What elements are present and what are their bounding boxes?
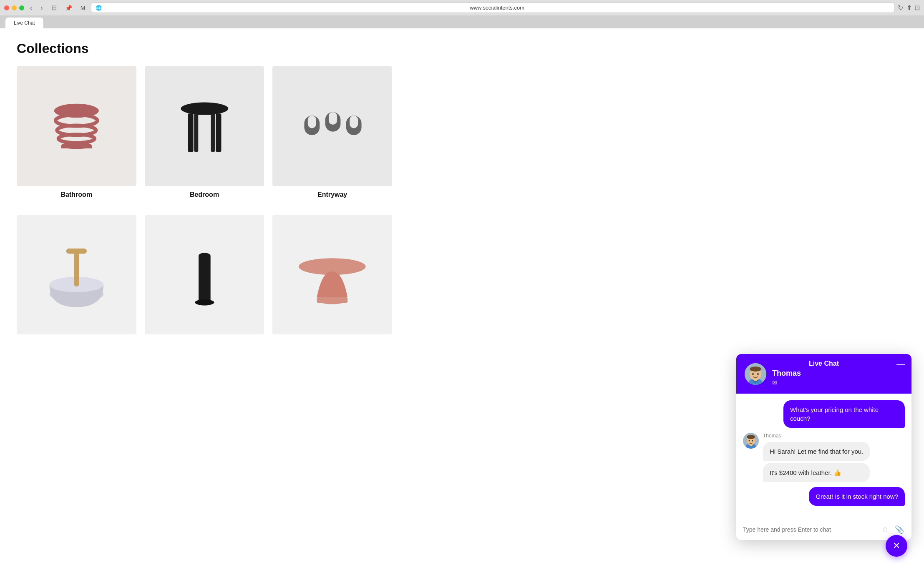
svg-rect-22 xyxy=(199,256,211,300)
svg-rect-8 xyxy=(216,113,221,152)
minimize-window-btn[interactable] xyxy=(12,5,17,10)
collections-grid-row2 xyxy=(17,215,392,340)
svg-rect-27 xyxy=(317,297,348,303)
browser-titlebar: ‹ › ⊟ 📌 M 🌐 www.socialintents.com ↻ ⬆ ⊡ xyxy=(0,0,924,15)
svg-point-3 xyxy=(58,134,95,143)
collection-image-6 xyxy=(272,215,392,335)
url-text: www.socialintents.com xyxy=(104,5,890,11)
favicon-icon: 🌐 xyxy=(96,5,102,11)
m-button[interactable]: M xyxy=(78,4,88,12)
svg-rect-14 xyxy=(329,112,337,125)
product-illustration-4 xyxy=(35,233,118,317)
fullscreen-window-btn[interactable] xyxy=(19,5,24,10)
chat-title: Live Chat xyxy=(736,360,911,367)
collection-image-5 xyxy=(145,215,264,335)
svg-point-6 xyxy=(181,102,228,115)
collection-image-bedroom xyxy=(145,66,264,186)
svg-rect-10 xyxy=(211,113,215,152)
product-illustration-bathroom xyxy=(35,84,118,168)
collection-label-bathroom: Bathroom xyxy=(61,191,93,198)
svg-rect-19 xyxy=(74,251,79,286)
reload-button[interactable]: ↻ xyxy=(898,4,903,12)
address-bar[interactable]: 🌐 www.socialintents.com xyxy=(91,3,894,13)
share-button[interactable]: ⬆ xyxy=(906,4,912,12)
collection-label-entryway: Entryway xyxy=(317,191,347,198)
pin-button[interactable]: 📌 xyxy=(63,4,75,12)
resize-button[interactable]: ⊡ xyxy=(914,4,920,12)
collection-image-4 xyxy=(17,215,136,335)
svg-rect-12 xyxy=(308,116,316,128)
back-button[interactable]: ‹ xyxy=(28,3,35,13)
browser-actions-right: ⬆ ⊡ xyxy=(906,4,920,12)
collection-item-4[interactable] xyxy=(17,215,136,340)
svg-rect-9 xyxy=(194,113,198,152)
svg-rect-16 xyxy=(350,116,358,128)
chat-header: Live Chat Thom xyxy=(736,354,911,369)
browser-chrome: ‹ › ⊟ 📌 M 🌐 www.socialintents.com ↻ ⬆ ⊡ … xyxy=(0,0,924,28)
svg-rect-7 xyxy=(188,113,193,152)
chat-widget: Live Chat Thom xyxy=(736,354,911,369)
product-illustration-6 xyxy=(290,233,374,317)
page-content: Collections Bathroom xyxy=(0,28,924,369)
chat-minimize-button[interactable]: — xyxy=(896,360,905,368)
product-illustration-bedroom xyxy=(163,84,247,168)
collection-item-5[interactable] xyxy=(145,215,264,340)
collection-label-bedroom: Bedroom xyxy=(190,191,219,198)
window-controls xyxy=(4,5,24,10)
active-tab[interactable]: Live Chat xyxy=(5,17,44,28)
product-illustration-5 xyxy=(163,233,247,317)
collection-item-6[interactable] xyxy=(272,215,392,340)
tab-bar: Live Chat xyxy=(0,15,924,28)
collection-item-entryway[interactable]: Entryway xyxy=(272,66,392,198)
collection-image-entryway xyxy=(272,66,392,186)
forward-button[interactable]: › xyxy=(38,3,45,13)
sidebar-toggle-button[interactable]: ⊟ xyxy=(49,3,59,13)
collections-grid-row1: Bathroom Bedroom xyxy=(17,66,392,198)
collection-image-bathroom xyxy=(17,66,136,186)
collection-item-bathroom[interactable]: Bathroom xyxy=(17,66,136,198)
close-window-btn[interactable] xyxy=(4,5,9,10)
svg-rect-20 xyxy=(66,249,87,254)
svg-rect-5 xyxy=(61,146,92,148)
collection-item-bedroom[interactable]: Bedroom xyxy=(145,66,264,198)
page-title: Collections xyxy=(17,41,907,56)
svg-point-24 xyxy=(195,299,214,305)
product-illustration-entryway xyxy=(290,84,374,168)
